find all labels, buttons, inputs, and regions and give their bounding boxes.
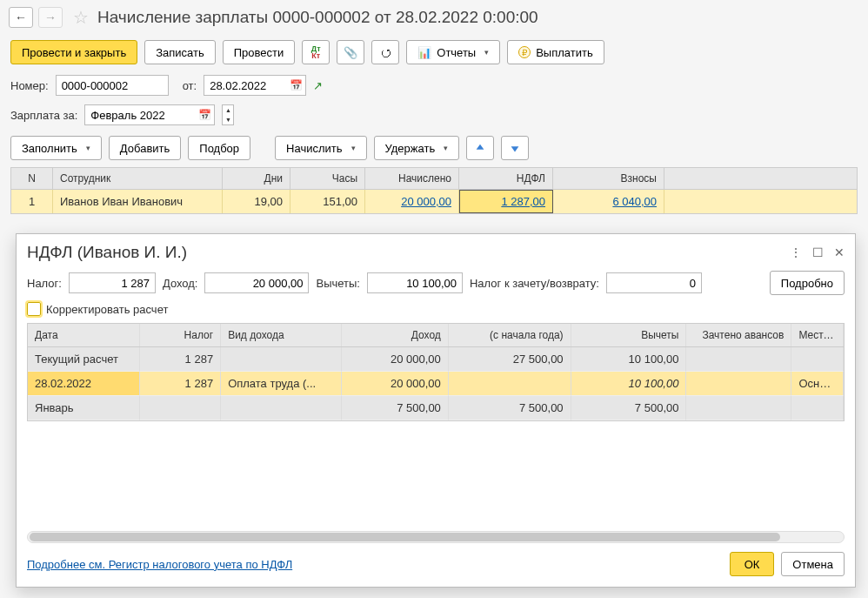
credit-input[interactable] — [606, 272, 702, 293]
nav-back-button[interactable]: ← — [9, 7, 33, 28]
page-title: Начисление зарплаты 0000-000002 от 28.02… — [97, 8, 538, 27]
ok-button[interactable]: ОК — [730, 552, 775, 576]
chevron-down-icon: ▾ — [86, 144, 90, 152]
dialog-title: НДФЛ (Иванов И. И.) — [27, 243, 187, 262]
pick-button[interactable]: Подбор — [188, 136, 250, 160]
income-label: Доход: — [163, 277, 198, 290]
accrued-link[interactable]: 20 000,00 — [401, 195, 451, 208]
ruble-icon: ₽ — [518, 46, 531, 58]
chevron-down-icon: ▾ — [444, 144, 448, 152]
accrue-button[interactable]: Начислить▾ — [275, 136, 366, 160]
step-up-icon: ▲ — [223, 105, 233, 115]
deductions-label: Вычеты: — [316, 277, 360, 290]
favorite-star-icon[interactable]: ☆ — [73, 7, 89, 28]
cancel-button[interactable]: Отмена — [781, 552, 845, 576]
step-down-icon: ▼ — [223, 115, 233, 124]
employees-table: N Сотрудник Дни Часы Начислено НДФЛ Взно… — [10, 167, 858, 214]
post-and-close-button[interactable]: Провести и закрыть — [10, 40, 137, 64]
add-button[interactable]: Добавить — [109, 136, 181, 160]
dialog-menu-icon[interactable]: ⋮ — [790, 245, 802, 259]
credit-label: Налог к зачету/возврату: — [470, 277, 599, 290]
chevron-down-icon: ▾ — [351, 144, 356, 152]
col-n: N — [11, 168, 53, 189]
table-header: N Сотрудник Дни Часы Начислено НДФЛ Взно… — [11, 168, 857, 190]
refresh-structure-button[interactable]: ⭯ — [371, 40, 399, 64]
dialog-maximize-icon[interactable]: ☐ — [812, 245, 824, 259]
number-label: Номер: — [10, 79, 49, 92]
pay-label: Выплатить — [536, 46, 593, 59]
debit-credit-button[interactable]: ДтКт — [302, 40, 330, 64]
period-label: Зарплата за: — [10, 109, 77, 122]
nav-forward-button: → — [38, 7, 63, 28]
period-input[interactable] — [84, 104, 215, 125]
paperclip-icon: 📎 — [344, 46, 357, 59]
from-label: от: — [183, 79, 197, 92]
move-up-button[interactable] — [466, 136, 494, 160]
table-row[interactable]: 1 Иванов Иван Иванович 19,00 151,00 20 0… — [11, 190, 857, 213]
refresh-icon: ⭯ — [380, 46, 391, 59]
scrollbar-thumb[interactable] — [30, 533, 780, 541]
move-down-button[interactable] — [501, 136, 529, 160]
pay-button[interactable]: ₽ Выплатить — [507, 40, 604, 64]
table-row[interactable]: 28.02.20221 287Оплата труда (...20 000,0… — [28, 372, 844, 396]
withhold-button[interactable]: Удержать▾ — [374, 136, 460, 160]
tax-register-link[interactable]: Подробнее см. Регистр налогового учета п… — [27, 558, 292, 571]
table-row[interactable]: Январь7 500,007 500,007 500,00 — [28, 396, 844, 420]
tax-link[interactable]: 1 287,00 — [501, 195, 545, 208]
tax-input[interactable] — [69, 272, 156, 293]
reports-button[interactable]: 📊 Отчеты ▾ — [406, 40, 500, 64]
contrib-link[interactable]: 6 040,00 — [612, 195, 657, 208]
dialog-close-icon[interactable]: ✕ — [834, 245, 845, 259]
col-employee: Сотрудник — [53, 168, 223, 189]
table-row[interactable]: Текущий расчет1 28720 000,0027 500,0010 … — [28, 347, 844, 372]
detail-table: Дата Налог Вид дохода Доход (с начала го… — [27, 323, 845, 421]
open-external-icon[interactable]: ↗ — [313, 79, 323, 92]
horizontal-scrollbar[interactable] — [27, 531, 845, 543]
date-input[interactable] — [204, 75, 306, 96]
income-input[interactable] — [204, 272, 309, 293]
tax-label: Налог: — [27, 277, 62, 290]
chevron-down-icon: ▾ — [484, 48, 489, 57]
col-contrib: Взносы — [553, 168, 664, 189]
number-input[interactable] — [56, 75, 169, 96]
save-button[interactable]: Записать — [144, 40, 216, 64]
tax-dialog: НДФЛ (Иванов И. И.) ⋮ ☐ ✕ Налог: Доход: … — [16, 233, 856, 588]
col-days: Дни — [223, 168, 290, 189]
col-tax: НДФЛ — [459, 168, 553, 189]
period-stepper[interactable]: ▲▼ — [222, 104, 234, 125]
col-hours: Часы — [290, 168, 365, 189]
deductions-input[interactable] — [367, 272, 463, 293]
detail-button[interactable]: Подробно — [770, 271, 845, 295]
col-accrued: Начислено — [365, 168, 459, 189]
adjust-checkbox[interactable] — [27, 302, 41, 316]
report-icon: 📊 — [417, 46, 431, 59]
adjust-label: Корректировать расчет — [46, 303, 168, 316]
fill-button[interactable]: Заполнить▾ — [10, 136, 102, 160]
attachments-button[interactable]: 📎 — [337, 40, 364, 64]
post-button[interactable]: Провести — [223, 40, 296, 64]
reports-label: Отчеты — [437, 46, 476, 59]
